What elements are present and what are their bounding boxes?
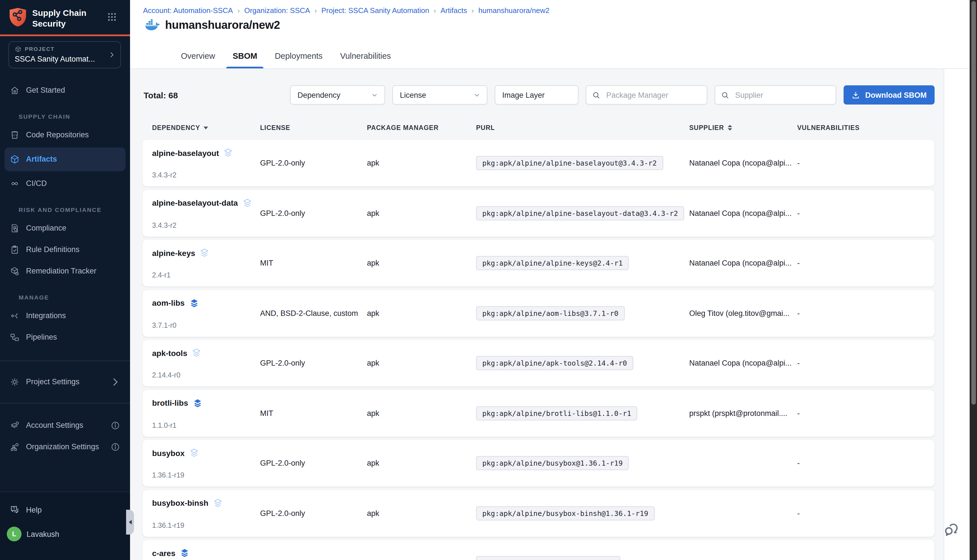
- purl-chip[interactable]: pkg:apk/alpine/busybox@1.36.1-r19: [476, 456, 629, 470]
- table-row[interactable]: busybox-binsh 1.36.1-r19 GPL-2.0-only ap…: [142, 490, 935, 537]
- dependency-name: apk-tools: [152, 348, 187, 357]
- download-sbom-button[interactable]: Download SBOM: [844, 85, 935, 105]
- purl-chip[interactable]: pkg:apk/alpine/alpine-baselayout@3.4.3-r…: [476, 156, 663, 170]
- info-icon: [110, 442, 120, 452]
- breadcrumb-separator: ›: [434, 7, 436, 14]
- image-layer-filter-dropdown[interactable]: Image Layer: [495, 85, 579, 105]
- module-grid-icon[interactable]: [107, 12, 117, 22]
- breadcrumb-separator: ›: [237, 7, 240, 14]
- sidebar-collapse-handle[interactable]: [126, 510, 134, 535]
- purl-cell: pkg:apk/alpine/brotli-libs@1.1.0-r1: [476, 406, 689, 420]
- image-layer-icon: [180, 548, 190, 558]
- purl-chip[interactable]: pkg:apk/alpine/c-ares@1.27.0-r0: [476, 556, 621, 560]
- column-dependency[interactable]: DEPENDENCY: [152, 124, 260, 131]
- sidebar-item-integrations[interactable]: Integrations: [0, 305, 130, 326]
- sidebar-item-pipelines[interactable]: Pipelines: [0, 326, 130, 348]
- app-root: Total: 68 Dependency License Image Layer: [0, 0, 977, 560]
- license-cell: GPL-2.0-only: [260, 459, 367, 467]
- supplier-cell: Natanael Copa (ncopa@alpi...: [689, 159, 797, 167]
- supplier-cell: prspkt (prspkt@protonmail....: [689, 409, 797, 417]
- tab-deployments[interactable]: Deployments: [274, 47, 324, 68]
- purl-chip[interactable]: pkg:apk/alpine/alpine-keys@2.4-r1: [476, 256, 629, 270]
- dependency-name: busybox: [152, 448, 185, 457]
- sidebar-item-account-settings[interactable]: Account Settings: [0, 415, 130, 436]
- dependency-name: c-ares: [152, 548, 175, 557]
- license-cell: MIT: [260, 409, 367, 417]
- table-row[interactable]: brotli-libs 1.1.0-r1 MIT apk pkg:apk/alp…: [142, 390, 935, 437]
- sidebar-item-code-repositories[interactable]: Code Repositories: [0, 124, 130, 145]
- sidebar-item-organization-settings[interactable]: Organization Settings: [0, 436, 130, 457]
- dependency-cell: apk-tools 2.14.4-r0: [152, 340, 260, 387]
- project-selector[interactable]: PROJECT SSCA Sanity Automat...: [8, 41, 121, 68]
- breadcrumb-link[interactable]: Organization: SSCA: [244, 6, 310, 15]
- supplier-search-input[interactable]: [734, 90, 830, 100]
- table-row[interactable]: apk-tools 2.14.4-r0 GPL-2.0-only apk pkg…: [142, 340, 935, 387]
- column-supplier[interactable]: SUPPLIER: [689, 124, 797, 131]
- purl-chip[interactable]: pkg:apk/alpine/busybox-binsh@1.36.1-r19: [476, 506, 655, 520]
- supplier-search: [715, 85, 837, 105]
- project-label: PROJECT: [25, 46, 55, 52]
- artifact-title-row: humanshuarora/new2: [145, 18, 280, 32]
- user-menu[interactable]: L Lavakush: [0, 523, 130, 545]
- package-manager-cell: apk: [367, 509, 476, 517]
- package-manager-cell: apk: [367, 559, 476, 560]
- table-row[interactable]: c-ares MIT apk pkg:apk/alpine/c-ares@1.2…: [142, 540, 935, 560]
- breadcrumb-link[interactable]: Account: Automation-SSCA: [143, 6, 233, 15]
- purl-chip[interactable]: pkg:apk/alpine/aom-libs@3.7.1-r0: [476, 306, 625, 320]
- dependency-version: 3.4.3-r2: [152, 221, 260, 229]
- column-vulnerabilities: VULNERABILITIES: [797, 124, 935, 131]
- help-label: Help: [26, 505, 42, 514]
- breadcrumb-link[interactable]: humanshuarora/new2: [478, 6, 549, 15]
- purl-chip[interactable]: pkg:apk/alpine/apk-tools@2.14.4-r0: [476, 356, 633, 370]
- column-purl: PURL: [476, 124, 689, 131]
- tab-sbom[interactable]: SBOM: [232, 47, 258, 68]
- package-manager-cell: apk: [367, 259, 476, 267]
- table-row[interactable]: alpine-baselayout-data 3.4.3-r2 GPL-2.0-…: [142, 190, 935, 237]
- chat-support-icon[interactable]: [942, 520, 961, 540]
- scrollbar-thumb[interactable]: [971, 1, 975, 405]
- help-button[interactable]: Help: [0, 499, 130, 520]
- dependency-cell: aom-libs 3.7.1-r0: [152, 290, 260, 337]
- section-supply-chain: SUPPLY CHAIN: [0, 113, 130, 120]
- sidebar-item-rule-definitions[interactable]: Rule Definitions: [0, 239, 130, 260]
- package-manager-search-input[interactable]: [605, 90, 701, 100]
- document-search-icon: [10, 223, 20, 233]
- purl-chip[interactable]: pkg:apk/alpine/brotli-libs@1.1.0-r1: [476, 406, 638, 420]
- table-row[interactable]: alpine-baselayout 3.4.3-r2 GPL-2.0-only …: [142, 140, 935, 187]
- dependency-version: 1.1.0-r1: [152, 421, 260, 429]
- page-title: humanshuarora/new2: [165, 18, 280, 32]
- sidebar-item-project-settings[interactable]: Project Settings: [0, 371, 130, 392]
- sidebar-item-artifacts[interactable]: Artifacts: [5, 147, 125, 171]
- sidebar-item-get-started[interactable]: Get Started: [0, 79, 130, 101]
- package-manager-cell: apk: [367, 409, 476, 417]
- project-name: SSCA Sanity Automat...: [15, 55, 115, 63]
- dependency-name: alpine-baselayout: [152, 148, 219, 157]
- table-row[interactable]: alpine-keys 2.4-r1 MIT apk pkg:apk/alpin…: [142, 240, 935, 287]
- license-cell: AND, BSD-2-Clause, custom: [260, 309, 367, 317]
- sidebar-footer: Help L Lavakush: [0, 492, 130, 560]
- dependency-version: 2.4-r1: [152, 271, 260, 279]
- repository-icon: [10, 130, 20, 140]
- tab-vulnerabilities[interactable]: Vulnerabilities: [339, 47, 392, 68]
- dependency-name: brotli-libs: [152, 398, 188, 407]
- image-layer-icon: [192, 348, 201, 358]
- breadcrumb-link[interactable]: Artifacts: [441, 6, 467, 15]
- dependency-cell: busybox 1.36.1-r19: [152, 440, 260, 487]
- sidebar-item-compliance[interactable]: Compliance: [0, 217, 130, 239]
- table-row[interactable]: busybox 1.36.1-r19 GPL-2.0-only apk pkg:…: [142, 440, 935, 487]
- sidebar-item-cicd[interactable]: CI/CD: [0, 173, 130, 194]
- sidebar-item-remediation-tracker[interactable]: Remediation Tracker: [0, 260, 130, 282]
- sort-desc-icon: [204, 126, 208, 129]
- account-settings-icon: [10, 420, 20, 430]
- purl-chip[interactable]: pkg:apk/alpine/alpine-baselayout-data@3.…: [476, 206, 684, 220]
- table-row[interactable]: aom-libs 3.7.1-r0 AND, BSD-2-Clause, cus…: [142, 290, 935, 337]
- cube-icon: [10, 154, 20, 164]
- dependency-filter-dropdown[interactable]: Dependency: [291, 85, 385, 105]
- license-filter-dropdown[interactable]: License: [392, 85, 488, 105]
- breadcrumb-separator: ›: [315, 7, 317, 14]
- tab-overview[interactable]: Overview: [180, 47, 216, 68]
- chevron-right-icon: [109, 51, 115, 58]
- purl-cell: pkg:apk/alpine/busybox-binsh@1.36.1-r19: [476, 506, 689, 520]
- page-scrollbar[interactable]: [970, 0, 977, 560]
- breadcrumb-link[interactable]: Project: SSCA Sanity Automation: [321, 6, 429, 15]
